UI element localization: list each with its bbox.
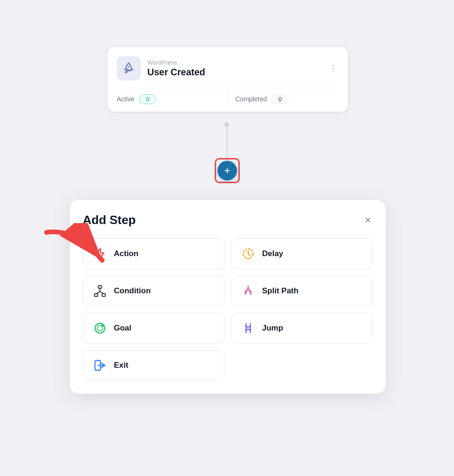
goal-label: Goal: [114, 324, 132, 333]
step-item-split-path[interactable]: Split Path: [231, 276, 373, 306]
step-item-jump[interactable]: Jump: [231, 313, 373, 344]
trigger-active-stat: Active 0: [117, 94, 220, 104]
step-item-delay[interactable]: Delay: [231, 238, 373, 269]
trigger-event-name: User Created: [147, 67, 321, 78]
svg-point-0: [128, 66, 130, 67]
svg-line-7: [96, 291, 100, 294]
close-button[interactable]: ×: [363, 213, 373, 227]
goal-icon: [92, 321, 107, 336]
svg-rect-5: [102, 294, 105, 297]
plus-button-outline: +: [215, 158, 240, 183]
active-count-badge: 0: [139, 94, 156, 104]
svg-rect-3: [99, 285, 102, 288]
stat-divider: [228, 94, 228, 104]
jump-icon: [241, 321, 256, 336]
canvas: WordPress User Created ⋮ Active 0 Comple…: [0, 0, 454, 476]
trigger-completed-stat: Completed 0: [236, 94, 339, 104]
trigger-menu-button[interactable]: ⋮: [328, 63, 339, 74]
svg-line-8: [100, 291, 104, 294]
connector-dot: [224, 122, 229, 127]
completed-label: Completed: [236, 95, 267, 103]
trigger-text: WordPress User Created: [147, 59, 321, 78]
red-arrow: [37, 223, 130, 281]
active-label: Active: [117, 95, 134, 103]
exit-icon: [92, 358, 107, 373]
add-step-button[interactable]: +: [217, 161, 237, 180]
trigger-icon-box: [117, 56, 141, 80]
step-item-exit[interactable]: Exit: [83, 350, 224, 381]
step-item-goal[interactable]: Goal: [83, 313, 224, 344]
split-path-label: Split Path: [262, 286, 298, 296]
rocket-icon: [122, 62, 135, 75]
connector-line: [227, 125, 228, 162]
svg-rect-4: [94, 294, 98, 297]
trigger-app-name: WordPress: [147, 59, 321, 66]
delay-label: Delay: [262, 249, 283, 258]
completed-count-badge: 0: [271, 94, 289, 104]
plus-icon: +: [224, 165, 230, 176]
condition-icon: [92, 284, 107, 298]
add-step-button-wrapper: +: [215, 158, 240, 183]
trigger-node: WordPress User Created ⋮ Active 0 Comple…: [107, 46, 349, 112]
condition-label: Condition: [114, 286, 151, 296]
exit-label: Exit: [114, 361, 128, 370]
delay-icon: [241, 246, 256, 261]
jump-label: Jump: [262, 324, 283, 333]
split-path-icon: [241, 284, 256, 298]
